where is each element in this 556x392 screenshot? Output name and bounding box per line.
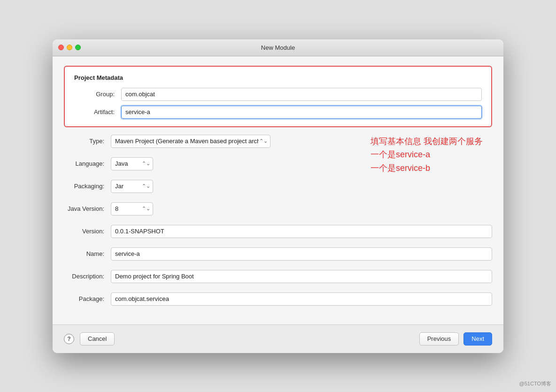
- cancel-button[interactable]: Cancel: [80, 332, 115, 346]
- next-button[interactable]: Next: [463, 332, 492, 346]
- artifact-input[interactable]: [121, 106, 482, 119]
- packaging-select-wrapper: Jar War ⌃⌄: [111, 180, 153, 193]
- bottom-right: Previous Next: [419, 332, 492, 346]
- traffic-lights: [58, 45, 81, 50]
- language-select-wrapper: Java Kotlin Groovy ⌃⌄: [111, 157, 153, 170]
- artifact-label: Artifact:: [74, 108, 121, 115]
- language-label: Language:: [64, 160, 111, 167]
- packaging-select[interactable]: Jar War: [111, 180, 153, 193]
- close-button[interactable]: [58, 45, 64, 50]
- main-form: 填写基本信息 我创建两个服务 一个是service-a 一个是service-b…: [64, 135, 492, 315]
- type-select-wrapper: Maven Project (Generate a Maven based pr…: [111, 135, 270, 148]
- description-label: Description:: [64, 273, 111, 280]
- group-label: Group:: [74, 91, 121, 98]
- java-version-row: Java Version: 8 11 17 ⌃⌄: [64, 202, 492, 215]
- version-row: Version:: [64, 225, 492, 238]
- name-label: Name:: [64, 250, 111, 257]
- description-row: Description:: [64, 270, 492, 283]
- language-row: Language: Java Kotlin Groovy ⌃⌄: [64, 157, 492, 170]
- group-input[interactable]: [121, 88, 482, 101]
- version-label: Version:: [64, 228, 111, 235]
- titlebar: New Module: [53, 39, 503, 56]
- name-row: Name:: [64, 247, 492, 261]
- help-button[interactable]: ?: [64, 334, 74, 344]
- minimize-button[interactable]: [67, 45, 72, 50]
- package-input[interactable]: [111, 292, 492, 306]
- java-version-select[interactable]: 8 11 17: [111, 202, 153, 215]
- watermark: @51CTO博客: [519, 380, 551, 387]
- version-input[interactable]: [111, 225, 492, 238]
- project-metadata-box: Project Metadata Group: Artifact:: [64, 66, 492, 127]
- maximize-button[interactable]: [75, 45, 81, 50]
- packaging-row: Packaging: Jar War ⌃⌄: [64, 180, 492, 193]
- artifact-row: Artifact:: [74, 106, 482, 119]
- content-area: Project Metadata Group: Artifact: 填写基本信息…: [53, 56, 503, 324]
- packaging-label: Packaging:: [64, 183, 111, 190]
- main-window: New Module Project Metadata Group: Artif…: [53, 39, 503, 353]
- name-input[interactable]: [111, 247, 492, 261]
- window-title: New Module: [261, 44, 295, 51]
- package-label: Package:: [64, 295, 111, 302]
- java-version-label: Java Version:: [64, 205, 111, 212]
- type-row: Type: Maven Project (Generate a Maven ba…: [64, 135, 492, 148]
- package-row: Package:: [64, 292, 492, 306]
- type-label: Type:: [64, 138, 111, 145]
- language-select[interactable]: Java Kotlin Groovy: [111, 157, 153, 170]
- java-version-select-wrapper: 8 11 17 ⌃⌄: [111, 202, 153, 215]
- description-input[interactable]: [111, 270, 492, 283]
- bottom-left: ? Cancel: [64, 332, 115, 346]
- metadata-title: Project Metadata: [74, 74, 482, 81]
- type-select[interactable]: Maven Project (Generate a Maven based pr…: [111, 135, 270, 148]
- bottom-bar: ? Cancel Previous Next: [53, 324, 503, 353]
- group-row: Group:: [74, 88, 482, 101]
- previous-button[interactable]: Previous: [419, 332, 459, 346]
